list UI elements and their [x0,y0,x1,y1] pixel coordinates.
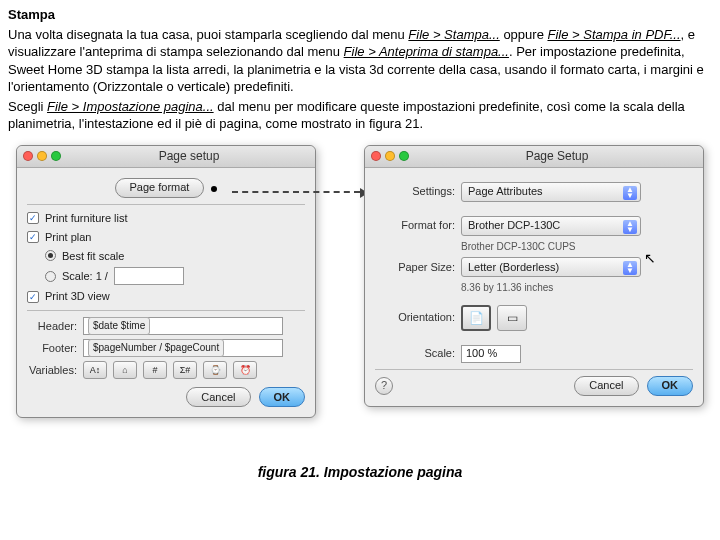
ok-button[interactable]: OK [647,376,694,396]
var-button[interactable]: Σ# [173,361,197,379]
separator [27,204,305,205]
page-format-button[interactable]: Page format [115,178,205,198]
settings-combo[interactable]: Page Attributes▲▼ [461,182,641,202]
paper-size-label: Paper Size: [375,260,455,275]
close-icon[interactable] [23,151,33,161]
titlebar-right: Page Setup [365,146,703,168]
close-icon[interactable] [371,151,381,161]
variables-label: Variables: [27,363,77,378]
settings-label: Settings: [375,184,455,199]
format-for-combo[interactable]: Brother DCP-130C▲▼ [461,216,641,236]
page-setup-right-dialog: Page Setup Settings:Page Attributes▲▼ Fo… [364,145,704,407]
best-fit-label: Best fit scale [62,249,124,264]
var-button[interactable]: ⌂ [113,361,137,379]
p1-m2: File > Stampa in PDF... [547,27,680,42]
p1-m1: File > Stampa... [408,27,499,42]
ok-button[interactable]: OK [259,387,306,407]
scale-label: Scale: 1 / [62,269,108,284]
print-3d-checkbox[interactable]: ✓ [27,291,39,303]
cursor-icon: ↖ [644,249,656,268]
arrow-line [232,191,360,193]
separator [375,369,693,370]
format-for-note: Brother DCP-130C CUPS [461,240,693,254]
footer-input[interactable]: $pageNumber / $pageCount [83,339,283,357]
paper-size-combo[interactable]: Letter (Borderless)▲▼ [461,257,641,277]
header-input[interactable]: $date $time [83,317,283,335]
dialog-title-left: Page setup [69,148,309,164]
scale-label-right: Scale: [375,346,455,361]
zoom-icon[interactable] [399,151,409,161]
format-for-label: Format for: [375,218,455,233]
scale-input-right[interactable]: 100 % [461,345,521,363]
figure-caption: figura 21. Impostazione pagina [8,463,712,482]
figure-area: Page setup Page format ✓Print furniture … [8,141,712,451]
landscape-button[interactable]: ▭ [497,305,527,331]
p1-t1: Una volta disegnata la tua casa, puoi st… [8,27,408,42]
dot-icon [211,186,217,192]
print-furniture-label: Print furniture list [45,211,128,226]
minimize-icon[interactable] [37,151,47,161]
titlebar-left: Page setup [17,146,315,168]
separator [27,310,305,311]
var-button[interactable]: ⏰ [233,361,257,379]
cancel-button[interactable]: Cancel [186,387,250,407]
scale-radio[interactable] [45,271,56,282]
p2-m1: File > Impostazione pagina... [47,99,214,114]
cancel-button[interactable]: Cancel [574,376,638,396]
best-fit-radio[interactable] [45,250,56,261]
dialog-title-right: Page Setup [417,148,697,164]
footer-label: Footer: [27,341,77,356]
paragraph-2: Scegli File > Impostazione pagina... dal… [8,98,712,133]
window-controls [23,151,61,161]
var-button[interactable]: A↕ [83,361,107,379]
var-button[interactable]: ⌚ [203,361,227,379]
section-heading: Stampa [8,6,712,24]
page-setup-left-dialog: Page setup Page format ✓Print furniture … [16,145,316,418]
portrait-button[interactable]: 📄 [461,305,491,331]
paragraph-1: Una volta disegnata la tua casa, puoi st… [8,26,712,96]
print-3d-label: Print 3D view [45,289,110,304]
paper-size-note: 8.36 by 11.36 inches [461,281,693,295]
scale-input[interactable] [114,267,184,285]
header-token: $date $time [88,317,150,335]
minimize-icon[interactable] [385,151,395,161]
footer-token: $pageNumber / $pageCount [88,339,224,357]
print-plan-checkbox[interactable]: ✓ [27,231,39,243]
var-button[interactable]: # [143,361,167,379]
orientation-label: Orientation: [375,310,455,325]
p2-t1: Scegli [8,99,47,114]
print-furniture-checkbox[interactable]: ✓ [27,212,39,224]
settings-value: Page Attributes [468,184,543,199]
header-label: Header: [27,319,77,334]
print-plan-label: Print plan [45,230,91,245]
p1-m3: File > Anteprima di stampa... [344,44,509,59]
paper-size-value: Letter (Borderless) [468,260,559,275]
format-for-value: Brother DCP-130C [468,218,560,233]
help-button[interactable]: ? [375,377,393,395]
zoom-icon[interactable] [51,151,61,161]
p1-t2: oppure [500,27,548,42]
window-controls [371,151,409,161]
